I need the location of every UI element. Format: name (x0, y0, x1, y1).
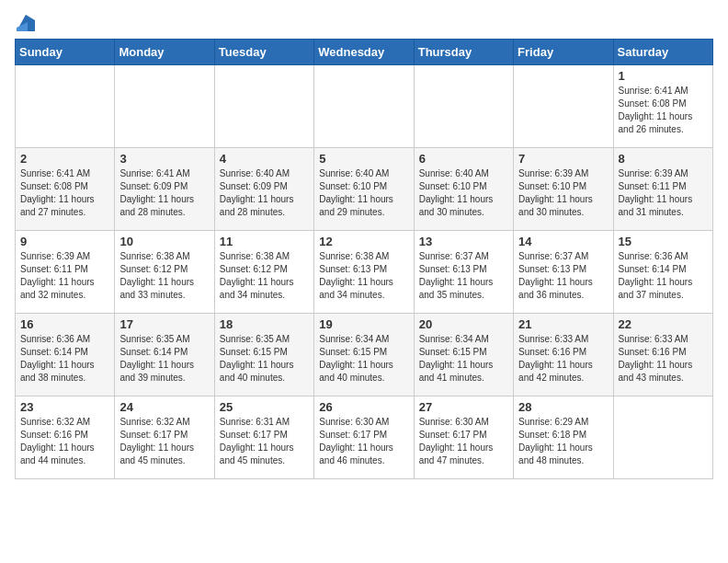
day-number: 7 (518, 152, 608, 166)
day-number: 12 (319, 235, 408, 248)
weekday-header: Thursday (414, 40, 513, 65)
day-info: Sunrise: 6:38 AM Sunset: 6:12 PM Dayligh… (119, 250, 209, 302)
calendar-day-cell (16, 65, 115, 148)
day-number: 28 (518, 400, 608, 414)
calendar-day-cell (214, 65, 313, 148)
day-info: Sunrise: 6:34 AM Sunset: 6:15 PM Dayligh… (319, 333, 408, 385)
calendar-day-cell: 3Sunrise: 6:41 AM Sunset: 6:09 PM Daylig… (115, 148, 214, 231)
day-info: Sunrise: 6:32 AM Sunset: 6:17 PM Dayligh… (119, 416, 209, 467)
calendar-day-cell: 17Sunrise: 6:35 AM Sunset: 6:14 PM Dayli… (115, 314, 214, 396)
day-info: Sunrise: 6:34 AM Sunset: 6:15 PM Dayligh… (419, 333, 508, 385)
day-number: 27 (419, 400, 508, 414)
weekday-header: Monday (115, 40, 214, 65)
day-number: 19 (319, 317, 408, 331)
weekday-header: Wednesday (314, 40, 414, 65)
calendar-day-cell: 7Sunrise: 6:39 AM Sunset: 6:10 PM Daylig… (514, 148, 613, 231)
day-number: 6 (419, 152, 508, 166)
day-info: Sunrise: 6:39 AM Sunset: 6:11 PM Dayligh… (20, 250, 109, 302)
day-info: Sunrise: 6:36 AM Sunset: 6:14 PM Dayligh… (20, 333, 109, 385)
calendar-day-cell: 14Sunrise: 6:37 AM Sunset: 6:13 PM Dayli… (514, 231, 613, 314)
calendar-day-cell: 9Sunrise: 6:39 AM Sunset: 6:11 PM Daylig… (16, 231, 115, 314)
day-info: Sunrise: 6:40 AM Sunset: 6:10 PM Dayligh… (319, 167, 408, 219)
day-number: 21 (518, 317, 608, 331)
day-number: 4 (220, 152, 309, 166)
calendar-day-cell (115, 65, 214, 148)
page-header (15, 15, 713, 31)
calendar-day-cell (414, 65, 513, 148)
calendar-week-row: 23Sunrise: 6:32 AM Sunset: 6:16 PM Dayli… (16, 396, 713, 479)
calendar-day-cell (514, 65, 613, 148)
calendar-week-row: 16Sunrise: 6:36 AM Sunset: 6:14 PM Dayli… (16, 314, 713, 396)
day-info: Sunrise: 6:40 AM Sunset: 6:09 PM Dayligh… (220, 167, 309, 219)
logo-icon (17, 15, 35, 31)
calendar-week-row: 2Sunrise: 6:41 AM Sunset: 6:08 PM Daylig… (16, 148, 713, 231)
calendar-day-cell: 23Sunrise: 6:32 AM Sunset: 6:16 PM Dayli… (16, 396, 115, 479)
weekday-header: Saturday (613, 40, 712, 65)
calendar-header-row: SundayMondayTuesdayWednesdayThursdayFrid… (16, 40, 713, 65)
calendar-day-cell: 1Sunrise: 6:41 AM Sunset: 6:08 PM Daylig… (613, 65, 712, 148)
day-number: 5 (319, 152, 408, 166)
day-number: 20 (419, 317, 508, 331)
day-number: 14 (518, 235, 608, 248)
day-number: 23 (20, 400, 109, 414)
calendar-day-cell: 18Sunrise: 6:35 AM Sunset: 6:15 PM Dayli… (214, 314, 313, 396)
calendar-day-cell: 22Sunrise: 6:33 AM Sunset: 6:16 PM Dayli… (613, 314, 712, 396)
calendar-day-cell: 24Sunrise: 6:32 AM Sunset: 6:17 PM Dayli… (115, 396, 214, 479)
day-info: Sunrise: 6:39 AM Sunset: 6:11 PM Dayligh… (619, 167, 708, 219)
day-number: 22 (619, 317, 708, 331)
day-number: 13 (419, 235, 508, 248)
day-number: 10 (119, 235, 209, 248)
day-number: 15 (619, 235, 708, 248)
day-info: Sunrise: 6:32 AM Sunset: 6:16 PM Dayligh… (20, 416, 109, 467)
calendar-day-cell (314, 65, 414, 148)
weekday-header: Friday (514, 40, 613, 65)
day-info: Sunrise: 6:30 AM Sunset: 6:17 PM Dayligh… (319, 416, 408, 467)
day-info: Sunrise: 6:33 AM Sunset: 6:16 PM Dayligh… (518, 333, 608, 385)
calendar-day-cell: 12Sunrise: 6:38 AM Sunset: 6:13 PM Dayli… (314, 231, 414, 314)
calendar-day-cell: 19Sunrise: 6:34 AM Sunset: 6:15 PM Dayli… (314, 314, 414, 396)
weekday-header: Sunday (16, 40, 115, 65)
calendar-day-cell: 4Sunrise: 6:40 AM Sunset: 6:09 PM Daylig… (214, 148, 313, 231)
calendar-week-row: 1Sunrise: 6:41 AM Sunset: 6:08 PM Daylig… (16, 65, 713, 148)
day-number: 1 (619, 69, 708, 83)
calendar-day-cell: 27Sunrise: 6:30 AM Sunset: 6:17 PM Dayli… (414, 396, 513, 479)
day-number: 9 (20, 235, 109, 248)
day-number: 24 (119, 400, 209, 414)
calendar-week-row: 9Sunrise: 6:39 AM Sunset: 6:11 PM Daylig… (16, 231, 713, 314)
day-info: Sunrise: 6:37 AM Sunset: 6:13 PM Dayligh… (419, 250, 508, 302)
logo (15, 15, 35, 31)
day-info: Sunrise: 6:40 AM Sunset: 6:10 PM Dayligh… (419, 167, 508, 219)
calendar-day-cell: 26Sunrise: 6:30 AM Sunset: 6:17 PM Dayli… (314, 396, 414, 479)
calendar-day-cell: 5Sunrise: 6:40 AM Sunset: 6:10 PM Daylig… (314, 148, 414, 231)
calendar-day-cell: 10Sunrise: 6:38 AM Sunset: 6:12 PM Dayli… (115, 231, 214, 314)
calendar-day-cell: 11Sunrise: 6:38 AM Sunset: 6:12 PM Dayli… (214, 231, 313, 314)
calendar-day-cell: 25Sunrise: 6:31 AM Sunset: 6:17 PM Dayli… (214, 396, 313, 479)
day-number: 16 (20, 317, 109, 331)
day-number: 25 (220, 400, 309, 414)
day-info: Sunrise: 6:41 AM Sunset: 6:09 PM Dayligh… (119, 167, 209, 219)
day-info: Sunrise: 6:41 AM Sunset: 6:08 PM Dayligh… (20, 167, 109, 219)
day-info: Sunrise: 6:41 AM Sunset: 6:08 PM Dayligh… (619, 85, 708, 136)
calendar-day-cell: 20Sunrise: 6:34 AM Sunset: 6:15 PM Dayli… (414, 314, 513, 396)
calendar-day-cell: 28Sunrise: 6:29 AM Sunset: 6:18 PM Dayli… (514, 396, 613, 479)
day-info: Sunrise: 6:39 AM Sunset: 6:10 PM Dayligh… (518, 167, 608, 219)
day-number: 26 (319, 400, 408, 414)
weekday-header: Tuesday (214, 40, 313, 65)
calendar-day-cell: 15Sunrise: 6:36 AM Sunset: 6:14 PM Dayli… (613, 231, 712, 314)
day-info: Sunrise: 6:30 AM Sunset: 6:17 PM Dayligh… (419, 416, 508, 467)
day-info: Sunrise: 6:38 AM Sunset: 6:13 PM Dayligh… (319, 250, 408, 302)
calendar-day-cell: 13Sunrise: 6:37 AM Sunset: 6:13 PM Dayli… (414, 231, 513, 314)
day-number: 8 (619, 152, 708, 166)
calendar-day-cell: 8Sunrise: 6:39 AM Sunset: 6:11 PM Daylig… (613, 148, 712, 231)
day-number: 18 (220, 317, 309, 331)
day-info: Sunrise: 6:31 AM Sunset: 6:17 PM Dayligh… (220, 416, 309, 467)
day-info: Sunrise: 6:37 AM Sunset: 6:13 PM Dayligh… (518, 250, 608, 302)
day-info: Sunrise: 6:35 AM Sunset: 6:14 PM Dayligh… (119, 333, 209, 385)
day-number: 17 (119, 317, 209, 331)
day-info: Sunrise: 6:36 AM Sunset: 6:14 PM Dayligh… (619, 250, 708, 302)
calendar-day-cell: 16Sunrise: 6:36 AM Sunset: 6:14 PM Dayli… (16, 314, 115, 396)
day-info: Sunrise: 6:33 AM Sunset: 6:16 PM Dayligh… (619, 333, 708, 385)
day-info: Sunrise: 6:35 AM Sunset: 6:15 PM Dayligh… (220, 333, 309, 385)
day-number: 2 (20, 152, 109, 166)
day-info: Sunrise: 6:29 AM Sunset: 6:18 PM Dayligh… (518, 416, 608, 467)
